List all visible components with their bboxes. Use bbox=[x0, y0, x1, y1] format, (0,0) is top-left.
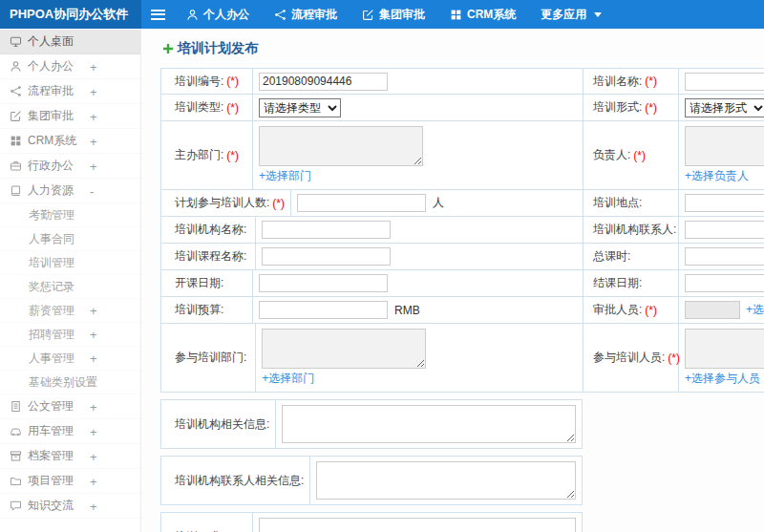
form-row: 培训机构相关信息: bbox=[160, 399, 583, 449]
sidebar-item-vehicle[interactable]: 用车管理 + bbox=[0, 419, 140, 444]
select-participants-link[interactable]: +选择参与人员 bbox=[685, 371, 760, 387]
sidebar-item-personal-desktop[interactable]: 个人桌面 bbox=[0, 30, 140, 54]
nav-more-apps[interactable]: 更多应用 bbox=[528, 0, 614, 29]
unit-suffix: 人 bbox=[433, 195, 444, 211]
sidebar-item-base-category[interactable]: 基础类别设置 bbox=[0, 371, 140, 394]
top-header: PHPOA协同办公软件 个人办公 流程审批 集团审批 CRM系统 更多应用 bbox=[0, 0, 764, 29]
org-info-textarea[interactable] bbox=[282, 405, 576, 443]
expand-toggle[interactable]: + bbox=[90, 499, 97, 513]
select-leader-link[interactable]: +选择负责人 bbox=[685, 168, 749, 184]
participating-departments-textarea[interactable] bbox=[262, 329, 426, 369]
required-marker: (*) bbox=[645, 74, 657, 88]
org-contact-input[interactable] bbox=[685, 221, 764, 239]
expand-toggle[interactable]: + bbox=[90, 328, 97, 342]
location-input[interactable] bbox=[685, 194, 764, 212]
form-row: 培训机构联系人相关信息: bbox=[160, 456, 583, 505]
add-icon bbox=[162, 43, 174, 54]
menu-icon[interactable] bbox=[141, 0, 174, 29]
end-date-input[interactable] bbox=[685, 274, 764, 292]
select-department-link[interactable]: +选择部门 bbox=[262, 371, 314, 387]
org-contact-info-textarea[interactable] bbox=[316, 461, 576, 500]
page-title: 培训计划发布 bbox=[162, 40, 764, 57]
sidebar-item-documents[interactable]: 公文管理 + bbox=[0, 394, 140, 419]
training-requirements-textarea[interactable] bbox=[259, 518, 576, 532]
sidebar-item-label: 行政办公 bbox=[28, 158, 74, 174]
expand-toggle[interactable]: + bbox=[90, 304, 97, 318]
sidebar-item-label: 个人桌面 bbox=[28, 33, 74, 50]
leader-textarea[interactable] bbox=[685, 126, 764, 166]
nav-label: CRM系统 bbox=[467, 7, 516, 23]
required-marker: (*) bbox=[272, 197, 285, 210]
sidebar-item-attendance[interactable]: 考勤管理 bbox=[0, 203, 140, 227]
select-department-link[interactable]: +选择部门 bbox=[259, 168, 311, 184]
participants-textarea[interactable] bbox=[685, 329, 764, 369]
training-name-input[interactable] bbox=[685, 73, 764, 91]
field-label: 计划参与培训人数: bbox=[175, 195, 269, 211]
collapse-toggle[interactable]: - bbox=[90, 183, 94, 198]
nav-personal-office[interactable]: 个人办公 bbox=[174, 0, 262, 29]
nav-group-approval[interactable]: 集团审批 bbox=[350, 0, 437, 29]
participant-count-input[interactable] bbox=[297, 194, 426, 212]
form-row: 培训机构名称: 培训机构联系人: bbox=[160, 217, 764, 244]
flow-icon bbox=[10, 85, 22, 97]
field-label: 审批人员: bbox=[593, 302, 642, 318]
expand-toggle[interactable]: + bbox=[90, 84, 97, 98]
chat-icon bbox=[10, 500, 22, 512]
expand-toggle[interactable]: + bbox=[90, 159, 97, 173]
nav-workflow-approval[interactable]: 流程审批 bbox=[262, 0, 350, 29]
host-department-textarea[interactable] bbox=[259, 126, 423, 166]
sidebar-item-admin-office[interactable]: 行政办公 + bbox=[0, 154, 140, 179]
select-approver-link[interactable]: +选择审批人 bbox=[746, 302, 764, 318]
field-label: 培训课程名称: bbox=[175, 248, 246, 265]
expand-toggle[interactable]: + bbox=[90, 351, 97, 366]
desktop-icon bbox=[10, 35, 22, 48]
approver-input[interactable] bbox=[685, 301, 740, 319]
form-row: 培训编号:(*) 培训名称:(*) bbox=[160, 68, 764, 95]
sidebar-item-group-approval[interactable]: 集团审批 + bbox=[0, 104, 140, 129]
form-row: 计划参与培训人数:(*) 人 培训地点: bbox=[160, 190, 764, 217]
expand-toggle[interactable]: + bbox=[90, 399, 97, 414]
expand-toggle[interactable]: + bbox=[90, 424, 97, 438]
sidebar-item-salary[interactable]: 薪资管理 + bbox=[0, 299, 140, 323]
sidebar-item-hr-contract[interactable]: 人事合同 bbox=[0, 227, 140, 251]
sidebar-item-label: 档案管理 bbox=[28, 448, 74, 464]
sidebar-item-archives[interactable]: 档案管理 + bbox=[0, 444, 140, 469]
expand-toggle[interactable]: + bbox=[90, 134, 97, 148]
folder-icon bbox=[10, 475, 22, 487]
sidebar-item-recruitment[interactable]: 招聘管理 + bbox=[0, 323, 140, 347]
sidebar-item-workflow-approval[interactable]: 流程审批 + bbox=[0, 79, 140, 104]
sidebar-item-personnel[interactable]: 人事管理 + bbox=[0, 347, 140, 371]
sidebar-item-rewards[interactable]: 奖惩记录 bbox=[0, 275, 140, 299]
course-name-input[interactable] bbox=[262, 247, 391, 266]
training-number-input[interactable] bbox=[259, 73, 388, 91]
edit-icon bbox=[362, 9, 374, 21]
expand-toggle[interactable]: + bbox=[90, 474, 97, 488]
sidebar-item-label: 薪资管理 bbox=[29, 303, 74, 319]
sidebar-item-knowledge[interactable]: 知识交流 + bbox=[0, 494, 140, 519]
book-icon bbox=[10, 184, 22, 197]
sidebar-item-training[interactable]: 培训管理 bbox=[0, 251, 140, 275]
start-date-input[interactable] bbox=[259, 274, 388, 292]
training-type-select[interactable]: 请选择类型 bbox=[259, 98, 341, 117]
budget-input[interactable] bbox=[259, 301, 388, 319]
sidebar-item-label: 用车管理 bbox=[28, 423, 74, 439]
currency-suffix: RMB bbox=[394, 304, 420, 317]
expand-toggle[interactable]: + bbox=[90, 449, 97, 463]
form-row: 培训类型:(*) 请选择类型 培训形式:(*) 请选择形式 bbox=[160, 95, 764, 121]
org-name-input[interactable] bbox=[262, 221, 391, 239]
sidebar-item-label: 个人办公 bbox=[28, 58, 74, 74]
sidebar-item-hr[interactable]: 人力资源 - bbox=[0, 179, 140, 203]
caret-down-icon bbox=[594, 12, 602, 17]
expand-toggle[interactable]: + bbox=[90, 59, 97, 74]
expand-toggle[interactable]: + bbox=[90, 109, 97, 123]
nav-label: 集团审批 bbox=[379, 7, 425, 23]
sidebar-item-crm[interactable]: CRM系统 + bbox=[0, 129, 140, 154]
page-title-text: 培训计划发布 bbox=[178, 40, 258, 57]
sidebar-item-personal-office[interactable]: 个人办公 + bbox=[0, 54, 140, 79]
training-form-select[interactable]: 请选择形式 bbox=[685, 98, 764, 117]
total-hours-input[interactable] bbox=[685, 247, 764, 266]
field-label: 培训预算: bbox=[175, 302, 223, 318]
sidebar-item-projects[interactable]: 项目管理 + bbox=[0, 469, 140, 494]
doc-icon bbox=[10, 400, 22, 413]
nav-crm[interactable]: CRM系统 bbox=[437, 0, 528, 29]
